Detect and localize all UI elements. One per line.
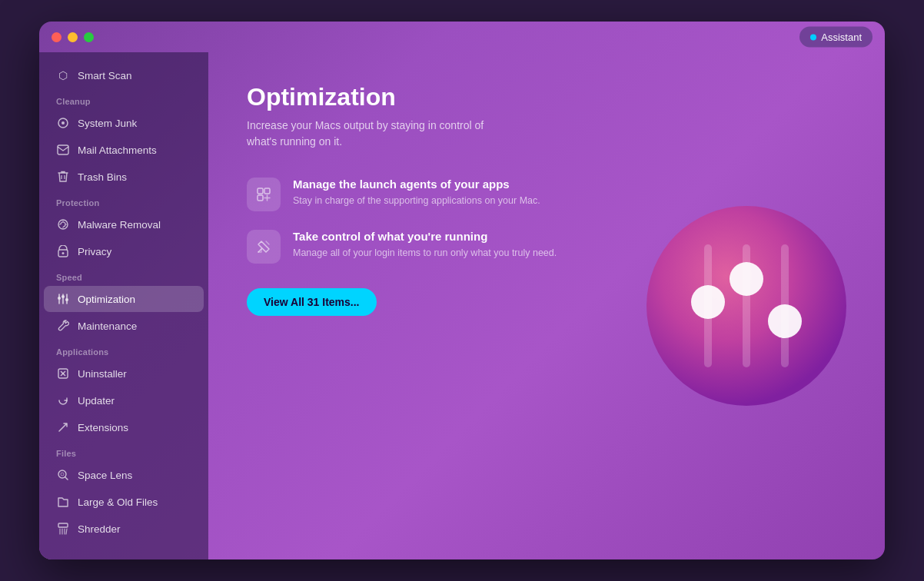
sidebar-item-label: Optimization xyxy=(78,294,135,305)
optimization-illustration xyxy=(639,198,854,413)
sidebar-item-smart-scan[interactable]: ⬡ Smart Scan xyxy=(44,62,204,88)
assistant-label: Assistant xyxy=(821,32,862,43)
sidebar-item-shredder[interactable]: Shredder xyxy=(44,516,204,542)
sidebar-item-label: Updater xyxy=(78,395,115,407)
feature-title: Manage the launch agents of your apps xyxy=(293,178,540,191)
assistant-button[interactable]: Assistant xyxy=(799,27,872,48)
sidebar-item-label: System Junk xyxy=(78,118,137,129)
svg-rect-26 xyxy=(258,195,263,201)
space-lens-icon xyxy=(56,468,70,482)
sidebar-item-optimization[interactable]: Optimization xyxy=(44,286,204,312)
titlebar: Assistant xyxy=(39,22,885,52)
sidebar-item-label: Malware Removal xyxy=(78,219,161,231)
feature-list: Manage the launch agents of your apps St… xyxy=(247,178,570,264)
sidebar-item-large-old-files[interactable]: Large & Old Files xyxy=(44,489,204,515)
sidebar-item-label: Privacy xyxy=(78,246,111,257)
sidebar-item-label: Extensions xyxy=(78,422,128,433)
sidebar-item-label: Trash Bins xyxy=(78,171,127,183)
sidebar-section-applications: Applications xyxy=(39,340,208,360)
svg-point-34 xyxy=(768,304,802,338)
svg-point-13 xyxy=(65,298,68,301)
sidebar-item-malware-removal[interactable]: Malware Removal xyxy=(44,211,204,237)
large-old-files-icon xyxy=(56,495,70,509)
svg-point-33 xyxy=(730,262,763,296)
assistant-dot-icon xyxy=(810,34,816,40)
uninstaller-icon xyxy=(56,367,70,380)
feature-item-login-items: Take control of what you're running Mana… xyxy=(247,230,570,264)
sidebar-item-label: Maintenance xyxy=(78,320,137,332)
maintenance-icon xyxy=(56,319,70,333)
sidebar-item-maintenance[interactable]: Maintenance xyxy=(44,313,204,339)
extensions-icon xyxy=(56,420,70,434)
launch-agents-icon xyxy=(247,178,281,211)
trash-bins-icon xyxy=(56,170,70,184)
app-window: Assistant ⬡ Smart Scan Cleanup System Ju… xyxy=(39,22,885,559)
svg-rect-25 xyxy=(258,188,263,194)
sidebar-section-files: Files xyxy=(39,441,208,461)
shredder-icon xyxy=(56,522,70,536)
feature-text-login-items: Take control of what you're running Mana… xyxy=(293,230,557,261)
sidebar-item-label: Shredder xyxy=(78,523,121,535)
svg-rect-20 xyxy=(58,523,68,527)
page-subtitle: Increase your Macs output by staying in … xyxy=(247,118,493,150)
view-all-button[interactable]: View All 31 Items... xyxy=(247,288,377,316)
svg-rect-2 xyxy=(58,145,68,154)
svg-point-1 xyxy=(61,121,65,124)
smart-scan-icon: ⬡ xyxy=(56,68,70,82)
close-button[interactable] xyxy=(52,32,61,42)
feature-description: Manage all of your login items to run on… xyxy=(293,246,557,261)
sidebar-section-speed: Speed xyxy=(39,265,208,285)
svg-point-7 xyxy=(62,252,65,254)
main-content: Optimization Increase your Macs output b… xyxy=(208,52,885,559)
svg-line-19 xyxy=(65,477,68,480)
sidebar-item-uninstaller[interactable]: Uninstaller xyxy=(44,360,204,387)
sidebar-item-updater[interactable]: Updater xyxy=(44,387,204,413)
svg-point-12 xyxy=(61,295,65,298)
sidebar-item-label: Mail Attachments xyxy=(78,144,157,156)
svg-point-32 xyxy=(691,285,725,319)
maximize-button[interactable] xyxy=(84,32,94,42)
sidebar-section-protection: Protection xyxy=(39,191,208,211)
feature-item-launch-agents: Manage the launch agents of your apps St… xyxy=(247,178,570,211)
sidebar-item-system-junk[interactable]: System Junk xyxy=(44,110,204,136)
svg-point-18 xyxy=(61,473,64,476)
sidebar: ⬡ Smart Scan Cleanup System Junk xyxy=(39,52,208,559)
traffic-lights xyxy=(52,32,94,42)
sidebar-item-privacy[interactable]: Privacy xyxy=(44,238,204,264)
privacy-icon xyxy=(56,244,70,258)
sidebar-item-space-lens[interactable]: Space Lens xyxy=(44,462,204,488)
feature-text-launch-agents: Manage the launch agents of your apps St… xyxy=(293,178,540,208)
sidebar-item-label: Large & Old Files xyxy=(78,496,158,508)
malware-removal-icon xyxy=(56,217,70,231)
sidebar-item-trash-bins[interactable]: Trash Bins xyxy=(44,164,204,190)
sidebar-item-label: Uninstaller xyxy=(78,368,127,380)
login-items-icon xyxy=(247,230,281,264)
sidebar-section-cleanup: Cleanup xyxy=(39,89,208,109)
sidebar-item-extensions[interactable]: Extensions xyxy=(44,414,204,440)
optimization-icon xyxy=(56,292,70,306)
svg-line-24 xyxy=(66,529,67,534)
feature-description: Stay in charge of the supporting applica… xyxy=(293,194,540,208)
svg-point-11 xyxy=(58,297,61,300)
sidebar-item-label: Space Lens xyxy=(78,470,132,481)
mail-attachments-icon xyxy=(56,143,70,157)
feature-title: Take control of what you're running xyxy=(293,230,557,243)
content-area: ⬡ Smart Scan Cleanup System Junk xyxy=(39,52,885,559)
svg-rect-27 xyxy=(264,188,270,194)
system-junk-icon xyxy=(56,116,70,130)
minimize-button[interactable] xyxy=(68,32,78,42)
sidebar-item-label: Smart Scan xyxy=(78,70,132,81)
page-title: Optimization xyxy=(247,83,846,111)
updater-icon xyxy=(56,393,70,407)
sidebar-item-mail-attachments[interactable]: Mail Attachments xyxy=(44,137,204,163)
